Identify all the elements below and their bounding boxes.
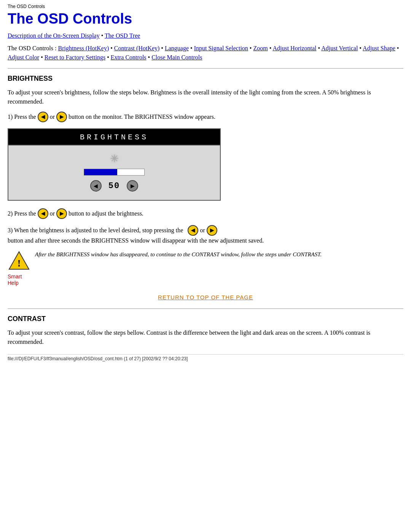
link-contrast-hotkey[interactable]: Contrast (HotKey) (114, 45, 160, 51)
link-adjust-color[interactable]: Adjust Color (8, 54, 39, 61)
brightness-display-title: BRIGHTNESS (8, 129, 220, 145)
brightness-right-btn[interactable]: ▶ (127, 180, 138, 192)
brightness-desc: To adjust your screen's brightness, foll… (8, 88, 403, 106)
brightness-display-content: ✳ ◀ 50 ▶ (8, 145, 220, 200)
status-bar: file:///D|/EDFU/LF3/lf3manual/english/OS… (8, 354, 403, 361)
nav-link-osd-tree[interactable]: The OSD Tree (105, 32, 140, 39)
brightness-step2: 2) Press the or button to adjust the bri… (8, 208, 403, 219)
link-adjust-shape[interactable]: Adjust Shape (363, 45, 395, 51)
link-zoom[interactable]: Zoom (253, 45, 268, 51)
right-button-step1[interactable] (56, 112, 67, 122)
divider-bottom (8, 308, 403, 309)
link-close-main[interactable]: Close Main Controls (151, 54, 202, 61)
intro-text: The OSD Controls : Brightness (HotKey) •… (8, 44, 403, 62)
contrast-desc: To adjust your screen's contrast, follow… (8, 328, 403, 347)
brightness-display: BRIGHTNESS ✳ ◀ 50 ▶ (8, 128, 221, 201)
left-button-step3[interactable] (188, 225, 198, 236)
left-button-step2[interactable] (38, 208, 48, 219)
brightness-step3: 3) When the brightness is adjusted to th… (8, 225, 403, 244)
help-label: Help (8, 280, 19, 286)
brightness-left-btn[interactable]: ◀ (90, 180, 102, 192)
brightness-controls: ◀ 50 ▶ (90, 180, 138, 192)
divider-top (8, 68, 403, 69)
right-button-step2[interactable] (56, 208, 67, 219)
link-input-signal-selection[interactable]: Input Signal Selection (194, 45, 248, 51)
warning-triangle-icon: ! (8, 250, 30, 271)
brightness-bar (84, 169, 145, 176)
right-button-step3[interactable] (207, 225, 217, 236)
contrast-heading: CONTRAST (8, 315, 403, 323)
nav-link-osd-description[interactable]: Description of the On-Screen Display (8, 32, 100, 39)
smart-help-block: ! Smart Help After the BRIGHTNESS window… (8, 250, 403, 286)
warning-icon-container: ! Smart Help (8, 250, 30, 286)
nav-links: Description of the On-Screen Display • T… (8, 32, 403, 39)
link-extra-controls[interactable]: Extra Controls (111, 54, 147, 61)
browser-tab: The OSD Controls (8, 4, 403, 9)
link-adjust-horizontal[interactable]: Adjust Horizontal (272, 45, 316, 51)
smart-label: Smart (8, 273, 30, 280)
return-link-container: RETURN TO TOP OF THE PAGE (8, 294, 403, 301)
link-brightness-hotkey[interactable]: Brightness (HotKey) (58, 45, 109, 51)
intro-prefix: The OSD Controls : (8, 45, 58, 51)
sun-icon: ✳ (110, 152, 119, 165)
link-adjust-vertical[interactable]: Adjust Vertical (321, 45, 358, 51)
brightness-bar-fill (84, 169, 117, 175)
brightness-value: 50 (108, 181, 120, 191)
return-to-top-link[interactable]: RETURN TO TOP OF THE PAGE (158, 294, 253, 300)
left-button-step1[interactable] (38, 112, 48, 122)
link-reset-factory[interactable]: Reset to Factory Settings (45, 54, 105, 61)
svg-text:!: ! (18, 258, 21, 269)
brightness-step1: 1) Press the or button on the monitor. T… (8, 112, 403, 122)
smart-help-text: After the BRIGHTNESS window has disappea… (35, 250, 403, 259)
page-title: The OSD Controls (8, 11, 403, 27)
link-language[interactable]: Language (165, 45, 189, 51)
brightness-heading: BRIGHTNESS (8, 75, 403, 83)
